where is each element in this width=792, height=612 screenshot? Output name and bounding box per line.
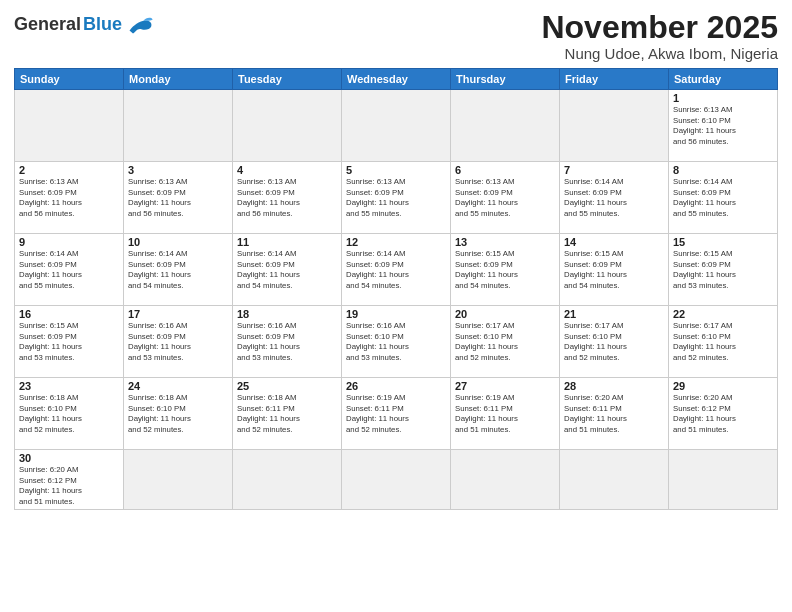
day-18: 18 Sunrise: 6:16 AMSunset: 6:09 PMDaylig… — [233, 306, 342, 378]
logo-general-text: General — [14, 14, 81, 35]
empty-cell — [451, 90, 560, 162]
day-12: 12 Sunrise: 6:14 AMSunset: 6:09 PMDaylig… — [342, 234, 451, 306]
day-25: 25 Sunrise: 6:18 AMSunset: 6:11 PMDaylig… — [233, 378, 342, 450]
title-block: November 2025 Nung Udoe, Akwa Ibom, Nige… — [541, 10, 778, 62]
empty-cell — [124, 90, 233, 162]
day-27: 27 Sunrise: 6:19 AMSunset: 6:11 PMDaylig… — [451, 378, 560, 450]
day-28: 28 Sunrise: 6:20 AMSunset: 6:11 PMDaylig… — [560, 378, 669, 450]
day-7: 7 Sunrise: 6:14 AMSunset: 6:09 PMDayligh… — [560, 162, 669, 234]
day-9: 9 Sunrise: 6:14 AMSunset: 6:09 PMDayligh… — [15, 234, 124, 306]
day-11: 11 Sunrise: 6:14 AMSunset: 6:09 PMDaylig… — [233, 234, 342, 306]
empty-cell — [124, 450, 233, 510]
day-23: 23 Sunrise: 6:18 AMSunset: 6:10 PMDaylig… — [15, 378, 124, 450]
header-thursday: Thursday — [451, 69, 560, 90]
header-tuesday: Tuesday — [233, 69, 342, 90]
day-6: 6 Sunrise: 6:13 AMSunset: 6:09 PMDayligh… — [451, 162, 560, 234]
day-8: 8 Sunrise: 6:14 AMSunset: 6:09 PMDayligh… — [669, 162, 778, 234]
day-4: 4 Sunrise: 6:13 AMSunset: 6:09 PMDayligh… — [233, 162, 342, 234]
calendar-row-5: 23 Sunrise: 6:18 AMSunset: 6:10 PMDaylig… — [15, 378, 778, 450]
empty-cell — [342, 450, 451, 510]
empty-cell — [233, 450, 342, 510]
calendar-row-6: 30 Sunrise: 6:20 AMSunset: 6:12 PMDaylig… — [15, 450, 778, 510]
logo-blue-text: Blue — [83, 14, 122, 35]
header-saturday: Saturday — [669, 69, 778, 90]
calendar-row-3: 9 Sunrise: 6:14 AMSunset: 6:09 PMDayligh… — [15, 234, 778, 306]
day-20: 20 Sunrise: 6:17 AMSunset: 6:10 PMDaylig… — [451, 306, 560, 378]
empty-cell — [233, 90, 342, 162]
empty-cell — [342, 90, 451, 162]
day-13: 13 Sunrise: 6:15 AMSunset: 6:09 PMDaylig… — [451, 234, 560, 306]
page: General Blue November 2025 Nung Udoe, Ak… — [0, 0, 792, 612]
empty-cell — [560, 90, 669, 162]
day-1: 1 Sunrise: 6:13 AMSunset: 6:10 PMDayligh… — [669, 90, 778, 162]
logo: General Blue — [14, 14, 154, 35]
day-10: 10 Sunrise: 6:14 AMSunset: 6:09 PMDaylig… — [124, 234, 233, 306]
calendar-row-1: 1 Sunrise: 6:13 AMSunset: 6:10 PMDayligh… — [15, 90, 778, 162]
logo-bird-icon — [126, 15, 154, 35]
day-17: 17 Sunrise: 6:16 AMSunset: 6:09 PMDaylig… — [124, 306, 233, 378]
header-sunday: Sunday — [15, 69, 124, 90]
day-30: 30 Sunrise: 6:20 AMSunset: 6:12 PMDaylig… — [15, 450, 124, 510]
empty-cell — [15, 90, 124, 162]
calendar-table: Sunday Monday Tuesday Wednesday Thursday… — [14, 68, 778, 510]
day-29: 29 Sunrise: 6:20 AMSunset: 6:12 PMDaylig… — [669, 378, 778, 450]
location-subtitle: Nung Udoe, Akwa Ibom, Nigeria — [541, 45, 778, 62]
day-24: 24 Sunrise: 6:18 AMSunset: 6:10 PMDaylig… — [124, 378, 233, 450]
day-2: 2 Sunrise: 6:13 AMSunset: 6:09 PMDayligh… — [15, 162, 124, 234]
day-16: 16 Sunrise: 6:15 AMSunset: 6:09 PMDaylig… — [15, 306, 124, 378]
day-26: 26 Sunrise: 6:19 AMSunset: 6:11 PMDaylig… — [342, 378, 451, 450]
day-21: 21 Sunrise: 6:17 AMSunset: 6:10 PMDaylig… — [560, 306, 669, 378]
day-3: 3 Sunrise: 6:13 AMSunset: 6:09 PMDayligh… — [124, 162, 233, 234]
day-14: 14 Sunrise: 6:15 AMSunset: 6:09 PMDaylig… — [560, 234, 669, 306]
weekday-header-row: Sunday Monday Tuesday Wednesday Thursday… — [15, 69, 778, 90]
day-22: 22 Sunrise: 6:17 AMSunset: 6:10 PMDaylig… — [669, 306, 778, 378]
empty-cell — [669, 450, 778, 510]
header-monday: Monday — [124, 69, 233, 90]
header-friday: Friday — [560, 69, 669, 90]
empty-cell — [451, 450, 560, 510]
calendar-row-2: 2 Sunrise: 6:13 AMSunset: 6:09 PMDayligh… — [15, 162, 778, 234]
day-19: 19 Sunrise: 6:16 AMSunset: 6:10 PMDaylig… — [342, 306, 451, 378]
day-5: 5 Sunrise: 6:13 AMSunset: 6:09 PMDayligh… — [342, 162, 451, 234]
header-wednesday: Wednesday — [342, 69, 451, 90]
month-title: November 2025 — [541, 10, 778, 45]
header: General Blue November 2025 Nung Udoe, Ak… — [14, 10, 778, 62]
empty-cell — [560, 450, 669, 510]
calendar-row-4: 16 Sunrise: 6:15 AMSunset: 6:09 PMDaylig… — [15, 306, 778, 378]
day-15: 15 Sunrise: 6:15 AMSunset: 6:09 PMDaylig… — [669, 234, 778, 306]
